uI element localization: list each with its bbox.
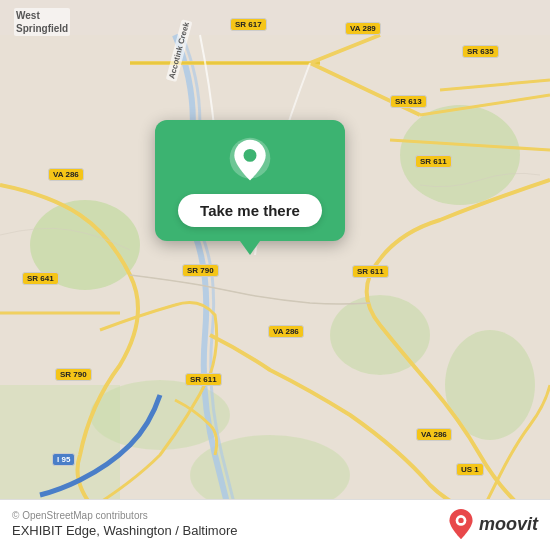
moovit-logo: moovit — [447, 508, 538, 540]
road-badge-va289: VA 289 — [345, 22, 381, 35]
take-me-there-button[interactable]: Take me there — [178, 194, 322, 227]
location-pin-icon — [226, 136, 274, 184]
moovit-pin-icon — [447, 508, 475, 540]
map-container: SR 617 VA 289 SR 635 SR 613 VA 286 SR 61… — [0, 0, 550, 550]
road-badge-sr611-bot: SR 611 — [185, 373, 222, 386]
bottom-left-info: © OpenStreetMap contributors EXHIBIT Edg… — [12, 510, 237, 538]
road-badge-sr613: SR 613 — [390, 95, 427, 108]
svg-point-3 — [330, 295, 430, 375]
road-badge-va286-bot: VA 286 — [416, 428, 452, 441]
road-badge-sr611-mid: SR 611 — [352, 265, 389, 278]
popup-card: Take me there — [155, 120, 345, 241]
road-badge-sr635: SR 635 — [462, 45, 499, 58]
bottom-bar: © OpenStreetMap contributors EXHIBIT Edg… — [0, 499, 550, 550]
svg-point-17 — [244, 149, 257, 162]
road-badge-sr641: SR 641 — [22, 272, 59, 285]
svg-point-19 — [458, 518, 463, 523]
road-badge-sr790-bot: SR 790 — [55, 368, 92, 381]
location-label: EXHIBIT Edge, Washington / Baltimore — [12, 523, 237, 538]
road-badge-sr611-right: SR 611 — [415, 155, 452, 168]
road-badge-va286-mid: VA 286 — [268, 325, 304, 338]
road-badge-us1: US 1 — [456, 463, 484, 476]
copyright-text: © OpenStreetMap contributors — [12, 510, 237, 521]
road-badge-va286-left: VA 286 — [48, 168, 84, 181]
moovit-text: moovit — [479, 514, 538, 535]
road-badge-i95: I 95 — [52, 453, 75, 466]
road-badge-sr790-top: SR 790 — [182, 264, 219, 277]
road-badge-sr617: SR 617 — [230, 18, 267, 31]
svg-rect-6 — [0, 385, 120, 515]
